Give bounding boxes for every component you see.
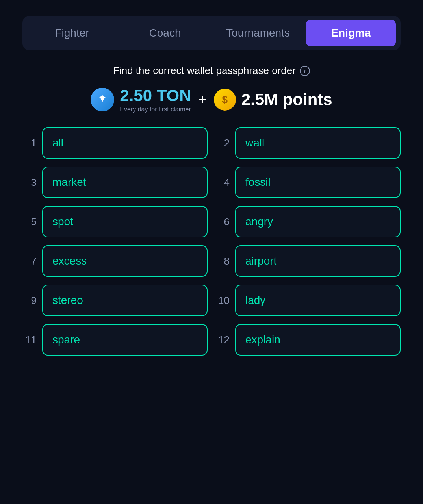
- ton-group: 2.50 TON Every day for first claimer: [120, 86, 191, 113]
- header-title: Find the correct wallet passphrase order…: [113, 65, 310, 77]
- phrase-number: 1: [22, 137, 37, 149]
- phrase-box[interactable]: spot: [42, 206, 208, 237]
- phrase-box[interactable]: explain: [235, 324, 401, 356]
- phrase-box[interactable]: wall: [235, 127, 401, 159]
- phrase-word: explain: [245, 334, 280, 346]
- phrase-number: 2: [215, 137, 230, 149]
- phrase-word: angry: [245, 215, 273, 228]
- ton-amount: 2.50 TON: [120, 86, 191, 105]
- phrase-word: all: [52, 137, 63, 149]
- tab-enigma[interactable]: Enigma: [306, 20, 396, 46]
- phrase-word: fossil: [245, 176, 271, 188]
- phrase-row: 8 airport: [215, 245, 401, 277]
- claimer-text: Every day for first claimer: [120, 106, 191, 113]
- phrase-box[interactable]: excess: [42, 245, 208, 277]
- phrase-row: 5 spot: [22, 206, 208, 237]
- phrase-box[interactable]: all: [42, 127, 208, 159]
- phrase-number: 9: [22, 295, 37, 307]
- title-text: Find the correct wallet passphrase order: [113, 65, 296, 77]
- phrase-number: 11: [22, 334, 37, 346]
- phrase-number: 5: [22, 216, 37, 228]
- phrase-word: stereo: [52, 294, 83, 306]
- phrase-row: 4 fossil: [215, 167, 401, 198]
- phrase-number: 10: [215, 295, 230, 307]
- phrase-number: 6: [215, 216, 230, 228]
- phrase-row: 7 excess: [22, 245, 208, 277]
- phrase-row: 2 wall: [215, 127, 401, 159]
- tab-bar: Fighter Coach Tournaments Enigma: [22, 16, 401, 50]
- phrase-number: 3: [22, 176, 37, 189]
- info-icon[interactable]: i: [300, 66, 310, 76]
- phrase-row: 3 market: [22, 167, 208, 198]
- coin-icon: $: [214, 89, 236, 111]
- phrase-word: wall: [245, 137, 264, 149]
- phrase-word: lady: [245, 294, 265, 306]
- phrase-row: 10 lady: [215, 285, 401, 316]
- phrase-box[interactable]: lady: [235, 285, 401, 316]
- phrase-word: spot: [52, 215, 73, 228]
- phrase-number: 12: [215, 334, 230, 346]
- phrase-row: 12 explain: [215, 324, 401, 356]
- phrase-word: excess: [52, 255, 87, 267]
- phrase-box[interactable]: stereo: [42, 285, 208, 316]
- passphrase-grid: 1 all 2 wall 3 market 4 fossil 5: [22, 127, 401, 356]
- phrase-box[interactable]: market: [42, 167, 208, 198]
- phrase-box[interactable]: airport: [235, 245, 401, 277]
- phrase-box[interactable]: angry: [235, 206, 401, 237]
- phrase-box[interactable]: fossil: [235, 167, 401, 198]
- phrase-row: 11 spare: [22, 324, 208, 356]
- reward-row: 2.50 TON Every day for first claimer + $…: [91, 86, 332, 113]
- phrase-row: 1 all: [22, 127, 208, 159]
- phrase-number: 4: [215, 176, 230, 189]
- phrase-number: 7: [22, 255, 37, 267]
- phrase-number: 8: [215, 255, 230, 267]
- ton-icon: [91, 88, 114, 111]
- tab-coach[interactable]: Coach: [120, 20, 210, 46]
- points-amount: 2.5M points: [241, 90, 332, 109]
- phrase-word: market: [52, 176, 86, 188]
- tab-tournaments[interactable]: Tournaments: [213, 20, 303, 46]
- plus-sign: +: [199, 91, 207, 108]
- tab-fighter[interactable]: Fighter: [27, 20, 117, 46]
- phrase-box[interactable]: spare: [42, 324, 208, 356]
- phrase-word: spare: [52, 334, 80, 346]
- header-section: Find the correct wallet passphrase order…: [8, 65, 415, 113]
- phrase-word: airport: [245, 255, 276, 267]
- phrase-row: 9 stereo: [22, 285, 208, 316]
- phrase-row: 6 angry: [215, 206, 401, 237]
